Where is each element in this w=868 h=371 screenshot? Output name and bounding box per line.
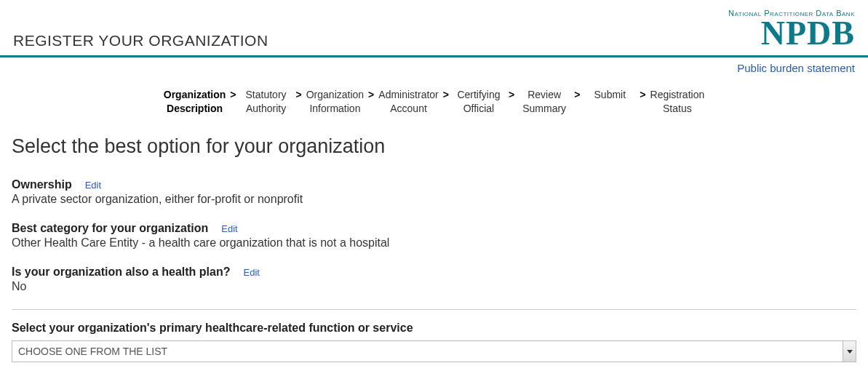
- chevron-right-icon: >: [230, 88, 236, 100]
- ownership-value: A private sector organization, either fo…: [12, 193, 856, 206]
- chevron-right-icon: >: [296, 88, 302, 100]
- step-review-summary[interactable]: Review Summary: [519, 88, 570, 116]
- step-organization-description[interactable]: Organization Description: [164, 88, 226, 116]
- logo-main-text: NPDB: [728, 17, 855, 49]
- healthplan-value: No: [12, 280, 856, 293]
- main-content: Select the best option for your organiza…: [0, 135, 868, 371]
- primary-function-select[interactable]: CHOOSE ONE FROM THE LIST: [12, 340, 856, 362]
- healthplan-label: Is your organization also a health plan?: [12, 266, 231, 279]
- page-title: REGISTER YOUR ORGANIZATION: [13, 32, 268, 49]
- step-submit[interactable]: Submit: [584, 88, 635, 102]
- chevron-right-icon: >: [574, 88, 580, 100]
- chevron-right-icon: >: [640, 88, 645, 100]
- step-label-line2: Status: [650, 102, 705, 116]
- chevron-right-icon: >: [443, 88, 449, 100]
- step-label-line1: Certifying: [453, 88, 504, 102]
- step-label-line1: Statutory: [241, 88, 292, 102]
- ownership-label: Ownership: [12, 178, 72, 191]
- step-registration-status[interactable]: Registration Status: [650, 88, 705, 116]
- chevron-right-icon: >: [368, 88, 374, 100]
- step-label-line2: Authority: [241, 102, 292, 116]
- healthplan-edit-link[interactable]: Edit: [244, 267, 260, 278]
- step-label-line1: Organization: [306, 88, 364, 102]
- section-heading: Select the best option for your organiza…: [12, 135, 856, 158]
- step-label-line1: Organization: [164, 88, 226, 102]
- step-certifying-official[interactable]: Certifying Official: [453, 88, 504, 116]
- category-group: Best category for your organization Edit…: [12, 222, 856, 250]
- ownership-edit-link[interactable]: Edit: [85, 180, 101, 191]
- primary-function-label: Select your organization's primary healt…: [12, 322, 856, 335]
- step-label-line1: Registration: [650, 88, 705, 102]
- category-edit-link[interactable]: Edit: [221, 223, 237, 234]
- step-label-line2: Official: [453, 102, 504, 116]
- step-label-line2: Information: [306, 102, 364, 116]
- page-header: REGISTER YOUR ORGANIZATION National Prac…: [0, 0, 868, 57]
- step-label-line1: Administrator: [378, 88, 438, 102]
- step-label-line1: Review: [519, 88, 570, 102]
- step-organization-information[interactable]: Organization Information: [306, 88, 364, 116]
- progress-stepper: Organization Description > Statutory Aut…: [0, 75, 868, 136]
- step-label-line1: Submit: [584, 88, 635, 102]
- step-label-line2: Description: [164, 102, 226, 116]
- step-label-line2: Summary: [519, 102, 570, 116]
- primary-function-select-wrap: CHOOSE ONE FROM THE LIST: [12, 340, 856, 362]
- ownership-group: Ownership Edit A private sector organiza…: [12, 178, 856, 206]
- step-label-line2: Account: [378, 102, 438, 116]
- logo-block: National Practitioner Data Bank NPDB: [728, 9, 855, 49]
- burden-row: Public burden statement: [0, 57, 868, 75]
- public-burden-link[interactable]: Public burden statement: [737, 62, 855, 74]
- step-statutory-authority[interactable]: Statutory Authority: [241, 88, 292, 116]
- category-value: Other Health Care Entity - a health care…: [12, 236, 856, 250]
- category-label: Best category for your organization: [12, 222, 208, 235]
- chevron-right-icon: >: [509, 88, 514, 100]
- step-administrator-account[interactable]: Administrator Account: [378, 88, 438, 116]
- divider: [12, 309, 856, 310]
- healthplan-group: Is your organization also a health plan?…: [12, 266, 856, 293]
